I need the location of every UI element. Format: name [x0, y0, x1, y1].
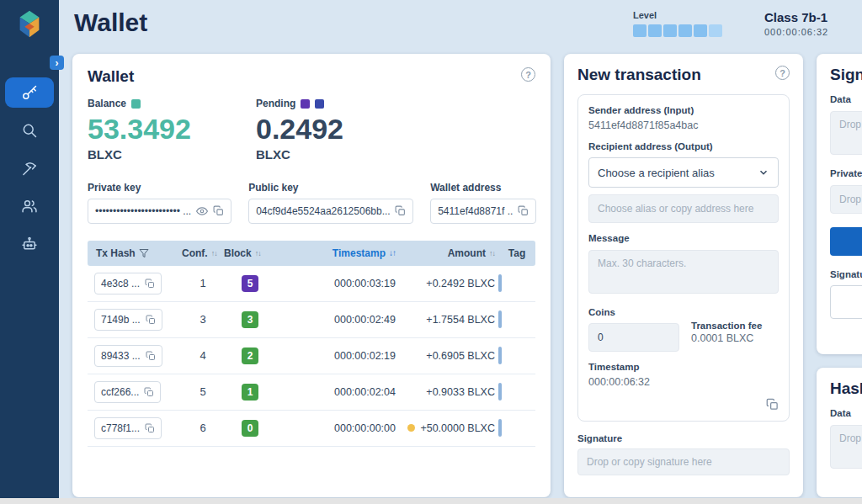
signature-output-box[interactable]	[830, 285, 862, 319]
coinbase-dot-icon	[407, 424, 415, 432]
block-badge: 2	[242, 347, 258, 364]
robot-icon	[21, 236, 38, 252]
create-signature-button[interactable]: Create signature	[830, 227, 862, 256]
sort-icon-active: ↓↑	[389, 248, 396, 257]
table-row: 89433 ... 4 2 000:00:02:19 +0.6905 BLXC	[88, 338, 535, 374]
private-key-box[interactable]: •••••••••••••••••••••••• ...	[88, 199, 231, 224]
header-timestamp[interactable]: Timestamp↓↑	[276, 247, 399, 259]
tx-hash-chip[interactable]: ccf266...	[94, 381, 161, 403]
eye-icon[interactable]	[196, 205, 208, 217]
table-row: 7149b ... 3 3 000:00:02:49 +1.7554 BLXC	[88, 302, 535, 338]
new-transaction-title: New transaction	[577, 66, 701, 84]
wallet-card: Wallet ? Balance 53.3492 BLXC Pending 0.…	[72, 54, 551, 497]
timestamp-label: Timestamp	[588, 362, 779, 372]
level-segment	[709, 24, 722, 37]
private-key-value: •••••••••••••••••••••••• ...	[95, 205, 191, 217]
class-name: Class 7b-1	[764, 10, 828, 24]
pending-unit: BLXC	[256, 147, 424, 162]
message-input[interactable]	[588, 250, 779, 294]
tag-checkbox[interactable]	[498, 419, 502, 437]
sidebar-item-bot[interactable]	[5, 229, 54, 259]
copy-icon[interactable]	[146, 351, 156, 361]
signature-input[interactable]	[577, 448, 790, 475]
block-badge: 1	[242, 384, 258, 401]
sidebar	[0, 0, 59, 498]
timestamp-value: 000:00:06:32	[588, 376, 779, 388]
filter-icon	[139, 248, 149, 258]
sign-data-label: Data	[830, 94, 862, 104]
level-progress-bar	[633, 24, 722, 37]
tag-checkbox[interactable]	[498, 274, 502, 292]
tag-checkbox[interactable]	[498, 383, 502, 401]
coins-input[interactable]	[588, 323, 679, 352]
sender-address-label: Sender address (Input)	[588, 105, 779, 115]
public-key-box[interactable]: 04cf9d4e5524aa2612506bb...	[248, 199, 413, 224]
level-segment	[694, 24, 707, 37]
message-label: Message	[588, 233, 779, 243]
sort-icon: ↑↓	[211, 249, 217, 257]
header-tx-hash[interactable]: Tx Hash	[88, 247, 182, 259]
sign-private-key-input[interactable]	[830, 185, 862, 214]
header-conf[interactable]: Conf.↑↓	[182, 247, 224, 259]
level-segment	[663, 24, 677, 37]
recipient-alias-dropdown[interactable]: Choose a recipient alias	[588, 157, 779, 188]
tag-checkbox[interactable]	[498, 347, 502, 364]
new-transaction-card: New transaction ? Sender address (Input)…	[564, 54, 803, 497]
amount-value: +0.9033 BLXC	[399, 386, 498, 398]
timestamp-value: 000:00:02:49	[276, 314, 399, 326]
hash-data-input[interactable]	[830, 425, 862, 469]
tx-hash-chip[interactable]: 4e3c8 ...	[94, 273, 162, 294]
copy-icon[interactable]	[145, 423, 155, 433]
new-transaction-form: Sender address (Input) 5411ef4d8871f85a4…	[577, 94, 790, 422]
pending-block: Pending 0.2492 BLXC	[256, 98, 424, 162]
hashing-card: Hashing Data	[817, 368, 862, 497]
conf-value: 6	[182, 422, 224, 434]
public-key-label: Public key	[248, 182, 413, 194]
public-key-field: Public key 04cf9d4e5524aa2612506bb...	[248, 182, 413, 224]
amount-value: +50.0000 BLXC	[399, 422, 498, 434]
public-key-value: 04cf9d4e5524aa2612506bb...	[256, 205, 390, 217]
transaction-fee-label: Transaction fee	[691, 321, 762, 331]
sidebar-item-explorer[interactable]	[5, 115, 54, 146]
tx-hash-chip[interactable]: 7149b ...	[94, 309, 162, 331]
balance-unit: BLXC	[88, 147, 256, 162]
tag-checkbox[interactable]	[498, 310, 502, 328]
copy-icon[interactable]	[146, 315, 156, 325]
copy-transaction-icon[interactable]	[766, 398, 779, 411]
header-block[interactable]: Block↑↓	[224, 247, 276, 259]
conf-value: 5	[182, 385, 224, 398]
wallet-address-box[interactable]: 5411ef4d8871f ...	[430, 199, 536, 224]
logo-icon	[13, 8, 45, 40]
pending-label: Pending	[256, 98, 424, 109]
level-segment	[678, 24, 692, 37]
level-indicator: Level	[633, 10, 722, 37]
sign-signature-label: Signature	[830, 269, 862, 279]
signing-card: Signing Data Private key Create signatur…	[817, 54, 862, 354]
sidebar-item-peers[interactable]	[5, 191, 54, 221]
class-info: Class 7b-1 000:00:06:32	[764, 10, 828, 37]
sidebar-item-mining[interactable]	[5, 153, 54, 183]
copy-icon[interactable]	[145, 279, 155, 289]
block-badge: 0	[242, 420, 258, 437]
window-bottom-strip	[0, 498, 862, 504]
copy-icon[interactable]	[518, 205, 529, 216]
recipient-address-input[interactable]	[588, 194, 779, 223]
signature-label: Signature	[577, 433, 790, 443]
private-key-label: Private key	[88, 182, 231, 194]
help-icon[interactable]: ?	[521, 67, 535, 82]
tx-hash-chip[interactable]: c778f1...	[94, 417, 162, 439]
copy-icon[interactable]	[395, 205, 406, 216]
amount-value: +1.7554 BLXC	[399, 314, 498, 326]
help-icon[interactable]: ?	[775, 66, 790, 80]
table-header-row: Tx Hash Conf.↑↓ Block↑↓ Timestamp↓↑ Amou…	[88, 241, 535, 266]
sidebar-item-wallet[interactable]	[5, 77, 54, 108]
copy-icon[interactable]	[213, 205, 224, 216]
sidebar-expand-button[interactable]: ›	[50, 56, 64, 70]
sender-address-value: 5411ef4d8871f85a4bac	[588, 119, 779, 131]
search-icon	[21, 122, 38, 139]
header-amount[interactable]: Amount↑↓	[399, 247, 498, 259]
sign-data-input[interactable]	[830, 111, 862, 155]
header-tag: Tag	[498, 247, 535, 259]
copy-icon[interactable]	[144, 387, 154, 397]
tx-hash-chip[interactable]: 89433 ...	[94, 345, 162, 367]
